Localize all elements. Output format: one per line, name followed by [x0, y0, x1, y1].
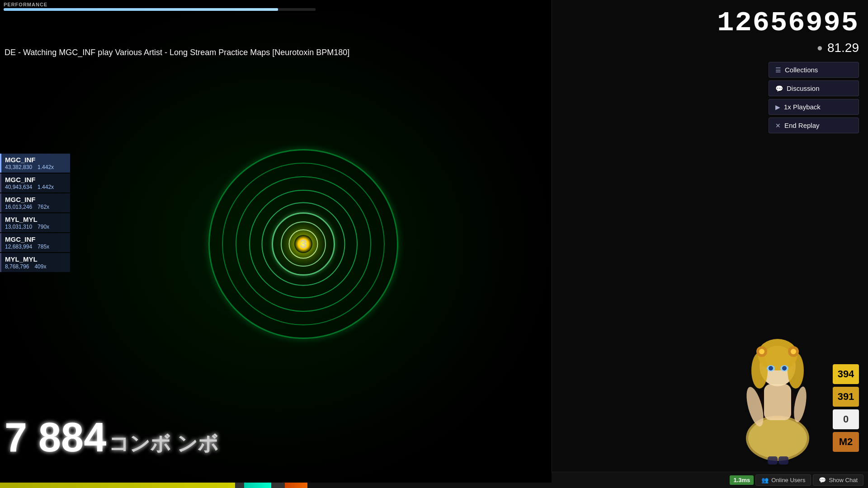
lb-score-4: 12,683,994: [5, 244, 32, 250]
close-icon: ✕: [775, 122, 781, 129]
online-users-button[interactable]: 👥 Online Users: [755, 474, 811, 486]
collections-button[interactable]: ☰ Collections: [769, 62, 859, 78]
lb-details-3: 13,031,310 790x: [5, 224, 66, 230]
discussion-button[interactable]: 💬 Discussion: [769, 80, 859, 96]
playback-label: 1x Playback: [784, 103, 821, 111]
svg-point-16: [769, 366, 773, 371]
lb-score-1: 40,943,634: [5, 184, 32, 190]
leaderboard: MGC_INF 43,382,830 1.442x MGC_INF 40,943…: [0, 154, 70, 273]
badge-1: 391: [833, 387, 859, 407]
lb-mult-3: 790x: [38, 224, 49, 230]
lb-mult-2: 762x: [38, 204, 49, 210]
end-replay-label: End Replay: [784, 122, 820, 129]
svg-point-13: [791, 349, 796, 354]
game-area: PERFORMANCE DE - Watching MGC_INF play V…: [0, 0, 552, 488]
right-sidebar: 12656995 ● 81.29 ☰ Collections 💬 Discuss…: [552, 0, 868, 488]
latency-badge: 1.3ms: [730, 475, 754, 485]
chat-icon: 💬: [819, 477, 826, 483]
end-replay-button[interactable]: ✕ End Replay: [769, 117, 859, 133]
bottom-progress-fill: [0, 483, 235, 488]
main-score: 12656995: [561, 7, 859, 39]
svg-rect-19: [778, 456, 788, 465]
svg-point-8: [751, 352, 768, 389]
lb-score-2: 16,013,246: [5, 204, 32, 210]
bottom-progress-bar: [0, 483, 552, 488]
leaderboard-entry-4: MGC_INF 12,683,994 785x: [0, 233, 70, 252]
combo-label: コンボ ンボ: [108, 430, 218, 457]
lb-mult-0: 1.442x: [38, 164, 54, 170]
online-users-label: Online Users: [771, 477, 805, 483]
progress-bar-container: [4, 8, 316, 11]
performance-bar: PERFORMANCE: [0, 0, 552, 13]
lb-mult-5: 409x: [34, 263, 46, 270]
badge-2: 0: [833, 409, 859, 429]
show-chat-button[interactable]: 💬 Show Chat: [813, 474, 863, 486]
accuracy-row: ● 81.29: [561, 41, 859, 55]
bottom-progress-indicator: [244, 483, 271, 488]
character-svg: [719, 276, 836, 465]
lb-name-0: MGC_INF: [5, 156, 66, 164]
character-art: [719, 276, 836, 465]
bottom-bar: 1.3ms 👥 Online Users 💬 Show Chat: [552, 472, 868, 488]
lb-details-2: 16,013,246 762x: [5, 204, 66, 210]
progress-bar-fill: [4, 8, 278, 11]
lb-details-1: 40,943,634 1.442x: [5, 184, 66, 190]
leaderboard-entry-5: MYL_MYL 8,768,796 409x: [0, 253, 70, 272]
discussion-label: Discussion: [787, 84, 820, 92]
accuracy-value: 81.29: [827, 41, 859, 55]
combo-number: 7 884: [5, 414, 106, 461]
svg-point-17: [782, 366, 787, 371]
svg-rect-3: [764, 384, 791, 420]
users-icon: 👥: [761, 477, 769, 483]
lb-name-2: MGC_INF: [5, 196, 66, 203]
collections-icon: ☰: [775, 66, 781, 74]
collections-label: Collections: [785, 66, 818, 74]
lb-score-0: 43,382,830: [5, 164, 32, 170]
performance-label: PERFORMANCE: [4, 2, 548, 7]
spiral-visual: 3: [190, 131, 416, 357]
leaderboard-entry-2: MGC_INF 16,013,246 762x: [0, 193, 70, 212]
svg-rect-18: [768, 456, 778, 465]
svg-point-12: [759, 349, 764, 354]
lb-mult-1: 1.442x: [38, 184, 54, 190]
show-chat-label: Show Chat: [829, 477, 858, 483]
discussion-icon: 💬: [775, 85, 783, 92]
lb-score-5: 8,768,796: [5, 263, 29, 270]
leaderboard-entry-0: MGC_INF 43,382,830 1.442x: [0, 154, 70, 173]
lb-details-5: 8,768,796 409x: [5, 263, 66, 270]
lb-mult-4: 785x: [38, 244, 49, 250]
svg-point-9: [788, 352, 804, 389]
lb-name-3: MYL_MYL: [5, 216, 66, 223]
lb-name-1: MGC_INF: [5, 176, 66, 183]
badges-container: 3943910M2: [833, 364, 859, 452]
badge-3: M2: [833, 432, 859, 452]
score-area: 12656995 ● 81.29: [552, 0, 868, 57]
ring-number: 3: [300, 237, 307, 251]
now-playing-text: DE - Watching MGC_INF play Various Artis…: [0, 45, 354, 60]
right-buttons: ☰ Collections 💬 Discussion ▶ 1x Playback…: [552, 57, 868, 138]
badge-0: 394: [833, 364, 859, 384]
playback-button[interactable]: ▶ 1x Playback: [769, 99, 859, 115]
lb-name-4: MGC_INF: [5, 235, 66, 243]
combo-display: 7 884 コンボ ンボ: [0, 414, 223, 461]
leaderboard-entry-1: MGC_INF 40,943,634 1.442x: [0, 174, 70, 192]
accuracy-icon: ●: [817, 42, 823, 54]
play-icon: ▶: [775, 103, 780, 111]
lb-details-4: 12,683,994 785x: [5, 244, 66, 250]
lb-details-0: 43,382,830 1.442x: [5, 164, 66, 170]
leaderboard-entry-3: MYL_MYL 13,031,310 790x: [0, 213, 70, 232]
lb-score-3: 13,031,310: [5, 224, 32, 230]
lb-name-5: MYL_MYL: [5, 255, 66, 263]
